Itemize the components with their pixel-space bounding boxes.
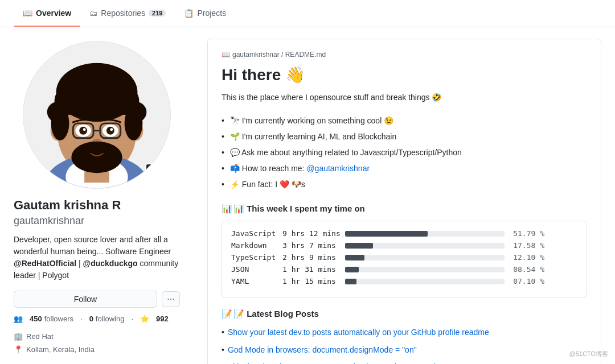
stat-lang: YAML — [231, 277, 282, 286]
readme-header: 📖 gautamkrishnar / README.md — [222, 51, 587, 59]
list-item-2-text: 💬 Ask me about anything related to Javas… — [230, 144, 462, 160]
blog-title-text: 📝 Latest Blog Posts — [233, 309, 319, 319]
readme-title: Hi there 👋 — [222, 65, 587, 84]
blog-section-title: 📝 📝 Latest Blog Posts — [222, 309, 587, 319]
location-meta: 📍 Kollam, Kerala, India — [14, 345, 180, 354]
stat-bar-fill — [345, 255, 364, 260]
blog-post-link[interactable]: Show your latest dev.to posts automatica… — [228, 328, 489, 337]
profile-username: gautamkrishnar — [14, 215, 180, 227]
readme-file-path: gautamkrishnar / README.md — [232, 51, 326, 59]
location-icon: 📍 — [14, 345, 23, 354]
readme-list: 🔭 I'm currently working on something coo… — [222, 113, 587, 192]
list-item-1: 🌱 I'm currently learning AI, ML and Bloc… — [222, 129, 587, 144]
stat-row: JavaScript 9 hrs 12 mins 51.79 % — [231, 229, 577, 238]
stat-row: JSON 1 hr 31 mins 08.54 % — [231, 265, 577, 274]
stat-percent: 51.79 % — [510, 229, 544, 238]
tab-projects[interactable]: 📋 Projects — [175, 0, 235, 27]
ellipsis-icon: ··· — [167, 294, 174, 304]
stat-lang: JavaScript — [231, 229, 282, 238]
chart-icon: 📊 — [222, 204, 232, 214]
followers-stat: 450 followers — [30, 315, 73, 323]
reach-link[interactable]: @gautamkrishnar — [306, 164, 370, 173]
stat-bar-container — [345, 279, 505, 284]
blog-list-item: Skipping the Chrome "Your connection is … — [222, 361, 587, 364]
svg-point-23 — [79, 127, 87, 135]
follow-row: Follow ··· — [14, 291, 180, 308]
readme-subtitle: This is the place where I opensource stu… — [222, 91, 587, 104]
stat-row: Markdown 3 hrs 7 mins 17.58 % — [231, 241, 577, 250]
list-item-3-text: 📫 How to reach me: @gautamkrishnar — [230, 160, 370, 176]
stars-count: 992 — [156, 315, 169, 323]
stat-bar-fill — [345, 243, 373, 249]
building-icon: 🏢 — [14, 332, 23, 341]
stat-bar-fill — [345, 267, 359, 272]
stat-bar-container — [345, 231, 505, 237]
stat-lang: Markdown — [231, 241, 282, 250]
svg-point-35 — [125, 106, 143, 140]
profile-full-name: Gautam krishna R — [14, 198, 180, 213]
company-name: Red Hat — [26, 332, 54, 341]
stat-time: 9 hrs 12 mins — [282, 229, 345, 238]
tab-overview-label: Overview — [36, 9, 71, 18]
list-item-3: 📫 How to reach me: @gautamkrishnar — [222, 160, 587, 176]
stat-lang: TypeScript — [231, 253, 282, 262]
svg-point-34 — [51, 106, 69, 140]
stat-bar-fill — [345, 231, 428, 237]
watermark: @51CTO博客 — [567, 349, 610, 359]
more-options-button[interactable]: ··· — [162, 291, 180, 307]
following-label: following — [96, 315, 125, 323]
tab-repositories[interactable]: 🗂 Repositories 219 — [80, 0, 175, 27]
stat-time: 3 hrs 7 mins — [282, 241, 345, 250]
mention-redhat: @RedHatOfficial — [14, 259, 76, 268]
main-content: Gautam krishna R gautamkrishnar Develope… — [0, 27, 615, 364]
svg-point-24 — [106, 127, 114, 135]
svg-point-13 — [84, 73, 109, 98]
stat-percent: 08.54 % — [510, 265, 544, 274]
blog-post-link[interactable]: God Mode in browsers: document.designMod… — [228, 345, 417, 354]
stat-time: 1 hr 15 mins — [282, 277, 345, 286]
svg-point-25 — [83, 128, 86, 131]
list-item-4-text: ⚡ Fun fact: I ❤️ 🐶s — [230, 176, 305, 192]
followers-label: followers — [44, 315, 73, 323]
star-icon: ⭐ — [140, 315, 149, 323]
notebook-icon: 📝 — [222, 309, 232, 319]
book-icon: 📖 — [23, 9, 32, 18]
svg-point-33 — [92, 144, 113, 154]
top-nav: 📖 Overview 🗂 Repositories 219 📋 Projects — [0, 0, 615, 27]
list-item-0-text: 🔭 I'm currently working on something coo… — [230, 113, 393, 129]
stat-time: 2 hrs 9 mins — [282, 253, 345, 262]
readme-card: 📖 gautamkrishnar / README.md Hi there 👋 … — [207, 39, 601, 364]
app-layout: 📖 Overview 🗂 Repositories 219 📋 Projects — [0, 0, 615, 364]
tab-projects-label: Projects — [197, 9, 226, 18]
nav-tabs: 📖 Overview 🗂 Repositories 219 📋 Projects — [14, 0, 235, 27]
repo-count-badge: 219 — [149, 10, 166, 16]
wakatime-stats-card: JavaScript 9 hrs 12 mins 51.79 % Markdow… — [222, 221, 587, 297]
blog-list-item: Show your latest dev.to posts automatica… — [222, 326, 587, 338]
company-meta: 🏢 Red Hat — [14, 332, 180, 341]
tab-overview[interactable]: 📖 Overview — [14, 0, 80, 27]
followers-count: 450 — [30, 315, 42, 323]
avatar — [23, 41, 171, 189]
svg-rect-37 — [150, 168, 158, 176]
location-text: Kollam, Kerala, India — [26, 345, 95, 354]
stat-separator-1: · — [80, 315, 83, 323]
stat-bar-container — [345, 255, 505, 260]
book-open-icon: 📖 — [222, 51, 230, 59]
stat-percent: 12.10 % — [510, 253, 544, 262]
list-item-4: ⚡ Fun fact: I ❤️ 🐶s — [222, 176, 587, 192]
profile-bio: Developer, open source lover and after a… — [14, 234, 180, 282]
follow-button[interactable]: Follow — [14, 291, 157, 308]
stat-percent: 07.10 % — [510, 277, 544, 286]
tab-repositories-label: Repositories — [101, 9, 145, 18]
list-item-2: 💬 Ask me about anything related to Javas… — [222, 144, 587, 160]
stat-percent: 17.58 % — [510, 241, 544, 250]
wakatime-title-text: 📊 This week I spent my time on — [233, 204, 365, 214]
projects-icon: 📋 — [184, 9, 194, 18]
svg-point-26 — [110, 128, 113, 131]
followers-icon: 👥 — [14, 315, 23, 323]
stars-stat: 992 — [156, 315, 169, 323]
blog-list: Show your latest dev.to posts automatica… — [222, 326, 587, 364]
wakatime-section-title: 📊 📊 This week I spent my time on — [222, 204, 587, 214]
repo-icon: 🗂 — [89, 9, 97, 18]
list-item-1-text: 🌱 I'm currently learning AI, ML and Bloc… — [230, 129, 396, 144]
